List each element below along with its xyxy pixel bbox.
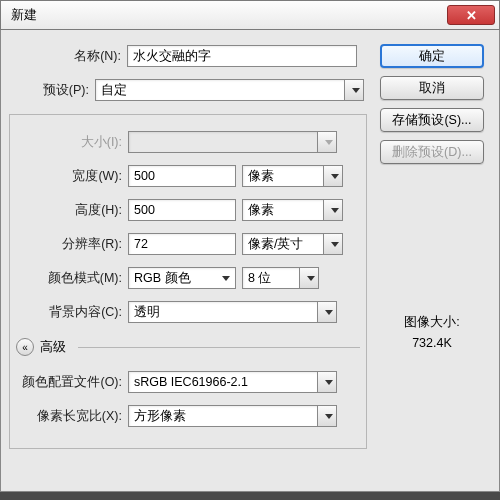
chevron-down-icon	[331, 174, 339, 179]
resolution-label: 分辨率(R):	[10, 236, 128, 253]
close-button[interactable]: ✕	[447, 5, 495, 25]
width-label: 宽度(W):	[10, 168, 128, 185]
chevron-down-icon	[325, 310, 333, 315]
preset-value: 自定	[101, 82, 127, 99]
dialog-body: 名称(N): 预设(P): 自定 大小(I):	[0, 30, 500, 492]
colormode-select[interactable]: RGB 颜色	[128, 267, 236, 289]
width-unit-dropdown-button[interactable]	[323, 165, 343, 187]
chevron-down-icon	[331, 208, 339, 213]
name-input[interactable]	[127, 45, 357, 67]
size-dropdown-button	[317, 131, 337, 153]
chevron-down-icon	[331, 242, 339, 247]
height-unit-dropdown-button[interactable]	[323, 199, 343, 221]
name-label: 名称(N):	[9, 48, 127, 65]
preset-select[interactable]: 自定	[95, 79, 345, 101]
image-size-label: 图像大小:	[404, 312, 459, 333]
background-label: 背景内容(C):	[10, 304, 128, 321]
bitdepth-select[interactable]: 8 位	[242, 267, 300, 289]
chevron-down-icon	[222, 276, 230, 281]
width-unit-value: 像素	[248, 168, 274, 185]
size-label: 大小(I):	[10, 134, 128, 151]
chevron-down-icon	[325, 380, 333, 385]
divider	[78, 347, 360, 348]
aspect-select[interactable]: 方形像素	[128, 405, 318, 427]
resolution-input[interactable]	[128, 233, 236, 255]
right-column: 确定 取消 存储预设(S)... 删除预设(D)... 图像大小: 732.4K	[377, 44, 487, 479]
aspect-label: 像素长宽比(X):	[10, 408, 128, 425]
collapse-icon: «	[22, 342, 28, 353]
chevron-down-icon	[307, 276, 315, 281]
background-value: 透明	[134, 304, 160, 321]
save-preset-button[interactable]: 存储预设(S)...	[380, 108, 484, 132]
window-title: 新建	[11, 6, 37, 24]
preset-label: 预设(P):	[9, 82, 95, 99]
delete-preset-button: 删除预设(D)...	[380, 140, 484, 164]
preset-dropdown-button[interactable]	[344, 79, 364, 101]
width-unit-select[interactable]: 像素	[242, 165, 324, 187]
image-size-value: 732.4K	[404, 333, 459, 354]
resolution-unit-value: 像素/英寸	[248, 236, 303, 253]
bitdepth-value: 8 位	[248, 270, 271, 287]
chevron-down-icon	[325, 414, 333, 419]
profile-value: sRGB IEC61966-2.1	[134, 375, 248, 389]
chevron-down-icon	[325, 140, 333, 145]
profile-select[interactable]: sRGB IEC61966-2.1	[128, 371, 318, 393]
resolution-unit-select[interactable]: 像素/英寸	[242, 233, 324, 255]
width-input[interactable]	[128, 165, 236, 187]
height-unit-value: 像素	[248, 202, 274, 219]
height-input[interactable]	[128, 199, 236, 221]
image-size-block: 图像大小: 732.4K	[404, 312, 459, 355]
aspect-value: 方形像素	[134, 408, 186, 425]
cancel-button[interactable]: 取消	[380, 76, 484, 100]
colormode-label: 颜色模式(M):	[10, 270, 128, 287]
profile-label: 颜色配置文件(O):	[10, 374, 128, 391]
ok-button[interactable]: 确定	[380, 44, 484, 68]
background-dropdown-button[interactable]	[317, 301, 337, 323]
left-column: 名称(N): 预设(P): 自定 大小(I):	[9, 44, 367, 479]
title-bar: 新建 ✕	[0, 0, 500, 30]
background-select[interactable]: 透明	[128, 301, 318, 323]
height-unit-select[interactable]: 像素	[242, 199, 324, 221]
size-select	[128, 131, 318, 153]
resolution-unit-dropdown-button[interactable]	[323, 233, 343, 255]
advanced-toggle[interactable]: «	[16, 338, 34, 356]
profile-dropdown-button[interactable]	[317, 371, 337, 393]
aspect-dropdown-button[interactable]	[317, 405, 337, 427]
advanced-label: 高级	[40, 339, 66, 356]
close-icon: ✕	[466, 8, 477, 23]
preset-fieldset: 大小(I): 宽度(W): 像素 高度(H):	[9, 114, 367, 449]
colormode-value: RGB 颜色	[134, 270, 191, 287]
chevron-down-icon	[352, 88, 360, 93]
height-label: 高度(H):	[10, 202, 128, 219]
bitdepth-dropdown-button[interactable]	[299, 267, 319, 289]
